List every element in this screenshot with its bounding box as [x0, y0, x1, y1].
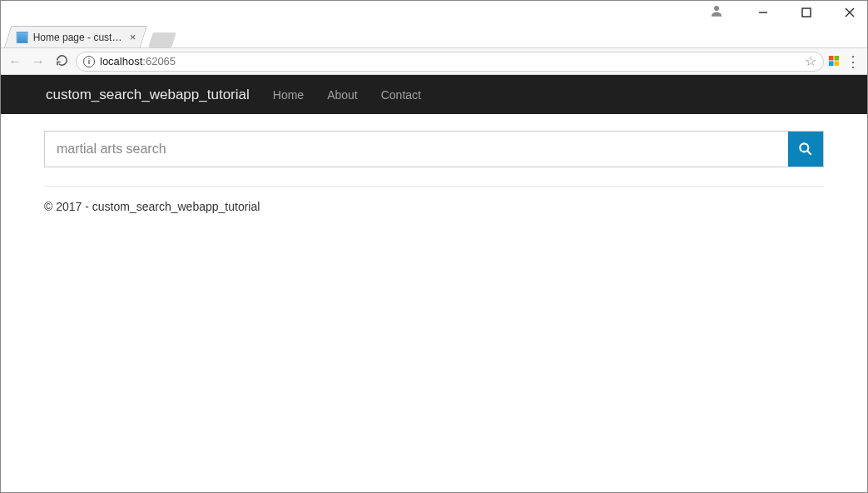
- svg-rect-8: [835, 61, 840, 66]
- windows-logo-icon: [829, 54, 839, 69]
- nav-link-about[interactable]: About: [327, 88, 358, 102]
- close-tab-icon[interactable]: ×: [130, 31, 136, 43]
- nav-link-contact[interactable]: Contact: [381, 88, 421, 102]
- svg-rect-2: [802, 8, 811, 17]
- search-box: [44, 131, 824, 167]
- svg-rect-7: [829, 61, 834, 66]
- search-icon: [797, 141, 814, 157]
- tab-title: Home page - custom_se...: [33, 32, 125, 43]
- navbar: custom_search_webapp_tutorial Home About…: [1, 75, 867, 114]
- address-host: localhost: [100, 55, 142, 67]
- page-content: custom_search_webapp_tutorial Home About…: [1, 75, 867, 228]
- brand-title[interactable]: custom_search_webapp_tutorial: [46, 87, 250, 103]
- svg-point-0: [714, 6, 719, 11]
- reload-button[interactable]: [52, 54, 71, 69]
- menu-kebab-icon[interactable]: ⋮: [844, 52, 862, 71]
- svg-line-10: [807, 151, 811, 155]
- profile-icon[interactable]: [709, 3, 724, 22]
- svg-rect-5: [829, 56, 834, 61]
- nav-link-home[interactable]: Home: [273, 88, 304, 102]
- tab-favicon-icon: [17, 32, 28, 43]
- search-button[interactable]: [788, 132, 823, 167]
- address-port: :62065: [142, 55, 176, 67]
- site-info-icon[interactable]: i: [83, 56, 95, 67]
- back-button[interactable]: ←: [6, 54, 24, 69]
- tab-bar: Home page - custom_se... ×: [1, 24, 867, 48]
- search-input[interactable]: [45, 132, 788, 167]
- minimize-button[interactable]: [749, 2, 777, 22]
- close-window-button[interactable]: [836, 2, 864, 22]
- new-tab-button[interactable]: [148, 32, 176, 47]
- divider: [44, 186, 824, 187]
- window-titlebar: [1, 1, 867, 24]
- svg-rect-6: [835, 56, 840, 61]
- maximize-button[interactable]: [792, 2, 821, 22]
- svg-point-9: [800, 143, 808, 152]
- browser-tab[interactable]: Home page - custom_se... ×: [4, 26, 147, 47]
- bookmark-star-icon[interactable]: ☆: [805, 53, 816, 69]
- forward-button[interactable]: →: [29, 54, 47, 69]
- footer-text: © 2017 - custom_search_webapp_tutorial: [44, 200, 824, 213]
- address-bar[interactable]: i localhost:62065 ☆: [76, 52, 824, 72]
- address-bar-row: ← → i localhost:62065 ☆ ⋮: [1, 48, 867, 75]
